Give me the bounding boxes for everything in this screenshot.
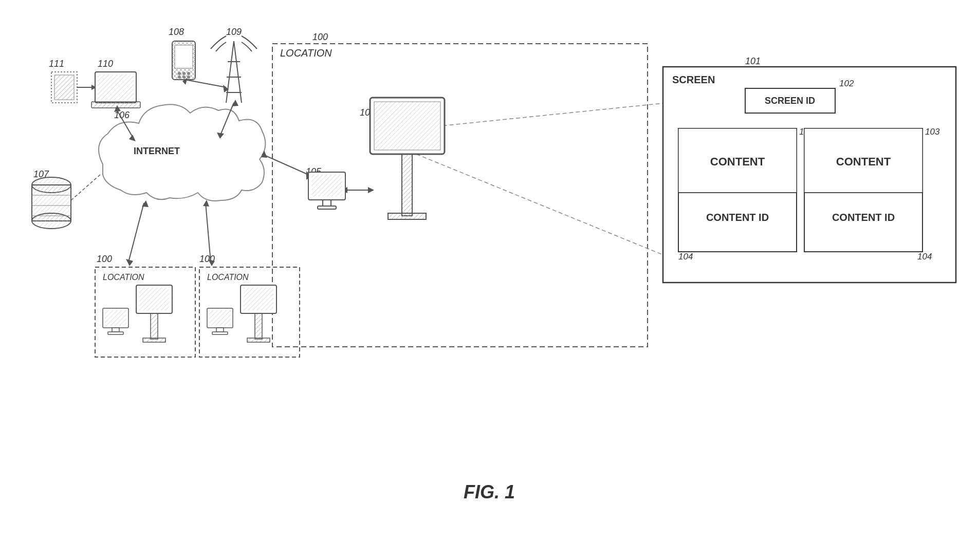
mobile-108	[172, 41, 195, 80]
computer-bl	[103, 308, 128, 334]
svg-rect-95	[212, 332, 228, 334]
svg-text:CONTENT ID: CONTENT ID	[832, 212, 895, 223]
svg-marker-59	[142, 200, 149, 207]
computer-105	[308, 172, 345, 209]
billboard-bl	[136, 285, 172, 342]
svg-text:111: 111	[49, 59, 64, 69]
computer-br	[207, 308, 233, 334]
svg-text:CONTENT ID: CONTENT ID	[706, 212, 769, 223]
svg-rect-89	[244, 288, 273, 310]
svg-text:102: 102	[839, 79, 854, 88]
svg-text:SCREEN ID: SCREEN ID	[765, 96, 815, 106]
device-111	[51, 72, 97, 103]
svg-line-60	[206, 203, 211, 262]
svg-text:100: 100	[312, 32, 328, 42]
database-107	[32, 177, 71, 229]
svg-text:LOCATION: LOCATION	[103, 273, 144, 282]
svg-rect-74	[402, 154, 412, 216]
laptop-110	[91, 72, 140, 108]
svg-line-54	[262, 154, 308, 175]
svg-marker-62	[203, 200, 209, 207]
svg-text:101: 101	[745, 56, 761, 66]
svg-rect-73	[374, 102, 440, 150]
svg-rect-81	[143, 338, 165, 342]
svg-line-34	[234, 41, 242, 103]
svg-point-31	[182, 76, 186, 79]
svg-point-27	[178, 72, 181, 75]
svg-text:SCREEN: SCREEN	[672, 74, 715, 85]
svg-line-53	[71, 175, 100, 200]
svg-rect-83	[105, 310, 126, 326]
svg-line-67	[416, 154, 668, 257]
svg-rect-70	[323, 200, 331, 206]
svg-rect-90	[255, 313, 262, 339]
svg-rect-75	[388, 213, 426, 219]
svg-text:108: 108	[169, 27, 184, 37]
svg-line-57	[128, 203, 144, 262]
svg-text:104: 104	[917, 252, 932, 262]
svg-rect-26	[175, 45, 193, 68]
svg-rect-80	[151, 313, 158, 339]
svg-rect-24	[91, 102, 140, 108]
svg-point-28	[182, 72, 186, 75]
svg-rect-15	[54, 75, 74, 100]
svg-marker-58	[126, 259, 133, 266]
svg-line-66	[416, 103, 668, 128]
billboard-br	[241, 285, 276, 342]
svg-point-30	[178, 76, 181, 79]
svg-text:110: 110	[98, 59, 113, 69]
svg-text:FIG. 1: FIG. 1	[464, 481, 515, 502]
svg-rect-91	[247, 338, 270, 342]
svg-text:104: 104	[678, 252, 693, 262]
billboard-101	[370, 98, 445, 219]
svg-rect-93	[209, 310, 231, 326]
svg-line-33	[226, 41, 234, 103]
svg-rect-84	[112, 328, 119, 332]
svg-text:LOCATION: LOCATION	[207, 273, 249, 282]
svg-point-32	[187, 76, 190, 79]
svg-point-29	[187, 72, 190, 75]
svg-text:109: 109	[226, 27, 242, 37]
svg-rect-23	[98, 74, 134, 100]
svg-line-47	[185, 80, 226, 87]
svg-marker-64	[368, 187, 374, 193]
svg-text:100: 100	[97, 254, 112, 264]
svg-text:INTERNET: INTERNET	[134, 146, 180, 156]
svg-rect-71	[318, 206, 336, 209]
svg-text:103: 103	[925, 127, 940, 137]
svg-marker-52	[232, 100, 238, 106]
svg-text:LOCATION: LOCATION	[280, 47, 332, 59]
svg-text:CONTENT: CONTENT	[836, 155, 891, 168]
svg-rect-69	[311, 175, 342, 197]
svg-rect-79	[139, 288, 169, 310]
svg-text:CONTENT: CONTENT	[710, 155, 765, 168]
tower-109	[211, 36, 257, 103]
svg-rect-94	[216, 328, 224, 332]
diagram-container: LOCATION INTERNET 108 109 100 110 111 10…	[0, 0, 978, 560]
svg-rect-85	[108, 332, 123, 334]
